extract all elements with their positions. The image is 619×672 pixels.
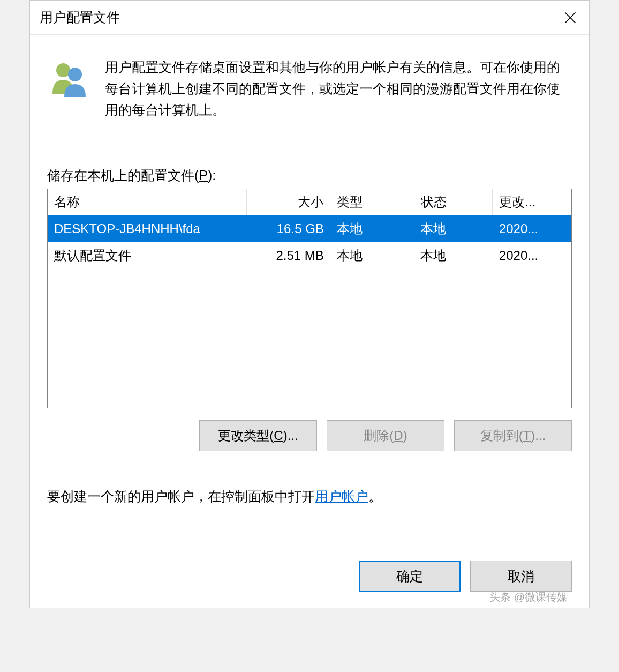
change-type-button[interactable]: 更改类型(C)...: [199, 420, 317, 451]
close-icon: [564, 12, 576, 24]
cell-modified: 2020...: [493, 215, 571, 243]
cell-modified: 2020...: [493, 242, 571, 269]
close-button[interactable]: [552, 1, 589, 35]
table-header-size[interactable]: 大小: [246, 189, 330, 215]
cell-type: 本地: [330, 215, 414, 243]
copy-to-button: 复制到(T)...: [454, 420, 572, 451]
cell-size: 16.5 GB: [246, 215, 330, 243]
dialog-buttons-row: 确定 取消: [30, 550, 589, 608]
cancel-button[interactable]: 取消: [470, 561, 572, 592]
table-header-name[interactable]: 名称: [48, 189, 246, 215]
create-account-note: 要创建一个新的用户帐户，在控制面板中打开用户帐户。: [47, 488, 572, 505]
cell-size: 2.51 MB: [246, 242, 330, 269]
users-icon: [49, 58, 90, 121]
profiles-table-container: 名称 大小 类型 状态 更改... DESKTOP-JB4HNHH\fda 16…: [47, 189, 572, 408]
cell-name: 默认配置文件: [48, 242, 246, 269]
cell-type: 本地: [330, 242, 414, 269]
table-header-modified[interactable]: 更改...: [493, 189, 571, 215]
ok-button[interactable]: 确定: [359, 561, 461, 592]
dialog-content: 用户配置文件存储桌面设置和其他与你的用户帐户有关的信息。可在你使用的每台计算机上…: [30, 35, 589, 550]
table-row[interactable]: 默认配置文件 2.51 MB 本地 本地 2020...: [48, 242, 571, 269]
delete-button: 删除(D): [327, 420, 444, 451]
table-header-status[interactable]: 状态: [414, 189, 493, 215]
user-accounts-link[interactable]: 用户帐户: [315, 489, 368, 504]
cell-name: DESKTOP-JB4HNHH\fda: [48, 215, 246, 243]
user-profiles-dialog: 用户配置文件 用户配置文件存储桌面设置和其他与你的用户帐户有关的信息。可在你使用…: [29, 0, 590, 608]
table-label: 储存在本机上的配置文件(P):: [47, 167, 572, 184]
description-text: 用户配置文件存储桌面设置和其他与你的用户帐户有关的信息。可在你使用的每台计算机上…: [105, 56, 572, 121]
cell-status: 本地: [414, 242, 493, 269]
svg-point-3: [68, 68, 82, 81]
window-title: 用户配置文件: [40, 9, 120, 26]
table-row[interactable]: DESKTOP-JB4HNHH\fda 16.5 GB 本地 本地 2020..…: [48, 215, 571, 243]
profiles-table[interactable]: 名称 大小 类型 状态 更改... DESKTOP-JB4HNHH\fda 16…: [48, 189, 571, 269]
table-header-type[interactable]: 类型: [330, 189, 414, 215]
titlebar: 用户配置文件: [30, 1, 589, 35]
action-buttons-row: 更改类型(C)... 删除(D) 复制到(T)...: [47, 420, 572, 451]
cell-status: 本地: [414, 215, 493, 243]
